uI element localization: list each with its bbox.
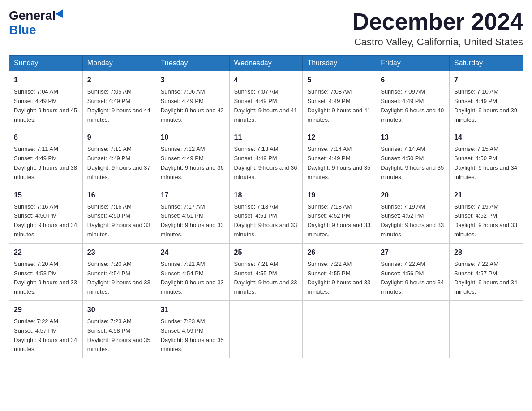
- table-row: 4 Sunrise: 7:07 AMSunset: 4:49 PMDayligh…: [229, 71, 303, 128]
- day-number: 14: [454, 132, 518, 143]
- cell-info: Sunrise: 7:18 AMSunset: 4:52 PMDaylight:…: [307, 203, 370, 238]
- table-row: [376, 300, 450, 358]
- day-number: 17: [161, 190, 225, 201]
- cell-info: Sunrise: 7:14 AMSunset: 4:49 PMDaylight:…: [307, 146, 370, 180]
- cell-info: Sunrise: 7:11 AMSunset: 4:49 PMDaylight:…: [14, 146, 77, 180]
- table-row: 19 Sunrise: 7:18 AMSunset: 4:52 PMDaylig…: [303, 186, 376, 243]
- day-number: 23: [87, 247, 151, 258]
- location-title: Castro Valley, California, United States: [352, 36, 523, 48]
- table-row: 1 Sunrise: 7:04 AMSunset: 4:49 PMDayligh…: [9, 71, 83, 128]
- calendar-table: Sunday Monday Tuesday Wednesday Thursday…: [9, 55, 523, 358]
- table-row: 22 Sunrise: 7:20 AMSunset: 4:53 PMDaylig…: [9, 243, 83, 300]
- table-row: 16 Sunrise: 7:16 AMSunset: 4:50 PMDaylig…: [82, 186, 156, 243]
- cell-info: Sunrise: 7:12 AMSunset: 4:49 PMDaylight:…: [161, 146, 224, 180]
- header-wednesday: Wednesday: [229, 56, 303, 71]
- cell-info: Sunrise: 7:14 AMSunset: 4:50 PMDaylight:…: [381, 146, 444, 180]
- day-number: 9: [87, 132, 151, 143]
- table-row: 7 Sunrise: 7:10 AMSunset: 4:49 PMDayligh…: [450, 71, 523, 128]
- page-header: General Blue December 2024 Castro Valley…: [9, 9, 523, 48]
- cell-info: Sunrise: 7:06 AMSunset: 4:49 PMDaylight:…: [161, 88, 224, 123]
- header-sunday: Sunday: [9, 56, 83, 71]
- cell-info: Sunrise: 7:10 AMSunset: 4:49 PMDaylight:…: [454, 88, 517, 123]
- cell-info: Sunrise: 7:20 AMSunset: 4:53 PMDaylight:…: [14, 261, 77, 295]
- month-title: December 2024: [352, 9, 523, 34]
- logo-triangle-icon: [56, 9, 67, 20]
- day-number: 22: [14, 247, 78, 258]
- day-number: 4: [234, 75, 298, 86]
- table-row: 9 Sunrise: 7:11 AMSunset: 4:49 PMDayligh…: [82, 128, 156, 186]
- table-row: 12 Sunrise: 7:14 AMSunset: 4:49 PMDaylig…: [303, 128, 376, 186]
- table-row: 17 Sunrise: 7:17 AMSunset: 4:51 PMDaylig…: [156, 186, 229, 243]
- cell-info: Sunrise: 7:23 AMSunset: 4:59 PMDaylight:…: [161, 318, 224, 352]
- day-number: 7: [454, 75, 518, 86]
- cell-info: Sunrise: 7:20 AMSunset: 4:54 PMDaylight:…: [87, 261, 150, 295]
- header-tuesday: Tuesday: [156, 56, 229, 71]
- cell-info: Sunrise: 7:21 AMSunset: 4:54 PMDaylight:…: [161, 261, 224, 295]
- logo-blue-text: Blue: [9, 23, 36, 37]
- cell-info: Sunrise: 7:17 AMSunset: 4:51 PMDaylight:…: [161, 203, 224, 238]
- cell-info: Sunrise: 7:05 AMSunset: 4:49 PMDaylight:…: [87, 88, 150, 123]
- cell-info: Sunrise: 7:23 AMSunset: 4:58 PMDaylight:…: [87, 318, 150, 352]
- cell-info: Sunrise: 7:09 AMSunset: 4:49 PMDaylight:…: [381, 88, 444, 123]
- table-row: 10 Sunrise: 7:12 AMSunset: 4:49 PMDaylig…: [156, 128, 229, 186]
- table-row: 24 Sunrise: 7:21 AMSunset: 4:54 PMDaylig…: [156, 243, 229, 300]
- header-thursday: Thursday: [303, 56, 376, 71]
- cell-info: Sunrise: 7:16 AMSunset: 4:50 PMDaylight:…: [14, 203, 77, 238]
- day-number: 3: [161, 75, 225, 86]
- cell-info: Sunrise: 7:19 AMSunset: 4:52 PMDaylight:…: [454, 203, 517, 238]
- table-row: 14 Sunrise: 7:15 AMSunset: 4:50 PMDaylig…: [450, 128, 523, 186]
- day-number: 27: [381, 247, 445, 258]
- cell-info: Sunrise: 7:22 AMSunset: 4:57 PMDaylight:…: [454, 261, 517, 295]
- day-number: 24: [161, 247, 225, 258]
- header-saturday: Saturday: [450, 56, 523, 71]
- cell-info: Sunrise: 7:11 AMSunset: 4:49 PMDaylight:…: [87, 146, 150, 180]
- cell-info: Sunrise: 7:21 AMSunset: 4:55 PMDaylight:…: [234, 261, 297, 295]
- table-row: 27 Sunrise: 7:22 AMSunset: 4:56 PMDaylig…: [376, 243, 450, 300]
- table-row: 23 Sunrise: 7:20 AMSunset: 4:54 PMDaylig…: [82, 243, 156, 300]
- day-number: 28: [454, 247, 518, 258]
- table-row: 29 Sunrise: 7:22 AMSunset: 4:57 PMDaylig…: [9, 300, 83, 358]
- cell-info: Sunrise: 7:22 AMSunset: 4:55 PMDaylight:…: [307, 261, 370, 295]
- table-row: 28 Sunrise: 7:22 AMSunset: 4:57 PMDaylig…: [450, 243, 523, 300]
- calendar-header-row: Sunday Monday Tuesday Wednesday Thursday…: [9, 56, 523, 71]
- day-number: 11: [234, 132, 298, 143]
- table-row: 26 Sunrise: 7:22 AMSunset: 4:55 PMDaylig…: [303, 243, 376, 300]
- table-row: 31 Sunrise: 7:23 AMSunset: 4:59 PMDaylig…: [156, 300, 229, 358]
- day-number: 2: [87, 75, 151, 86]
- header-monday: Monday: [82, 56, 156, 71]
- day-number: 16: [87, 190, 151, 201]
- logo-blue-line: Blue: [9, 23, 36, 37]
- day-number: 13: [381, 132, 445, 143]
- table-row: [303, 300, 376, 358]
- day-number: 29: [14, 304, 78, 315]
- day-number: 10: [161, 132, 225, 143]
- cell-info: Sunrise: 7:22 AMSunset: 4:56 PMDaylight:…: [381, 261, 444, 295]
- day-number: 5: [307, 75, 371, 86]
- day-number: 26: [307, 247, 371, 258]
- table-row: 15 Sunrise: 7:16 AMSunset: 4:50 PMDaylig…: [9, 186, 83, 243]
- table-row: 25 Sunrise: 7:21 AMSunset: 4:55 PMDaylig…: [229, 243, 303, 300]
- table-row: 20 Sunrise: 7:19 AMSunset: 4:52 PMDaylig…: [376, 186, 450, 243]
- cell-info: Sunrise: 7:07 AMSunset: 4:49 PMDaylight:…: [234, 88, 297, 123]
- cell-info: Sunrise: 7:04 AMSunset: 4:49 PMDaylight:…: [14, 88, 77, 123]
- day-number: 1: [14, 75, 78, 86]
- table-row: 3 Sunrise: 7:06 AMSunset: 4:49 PMDayligh…: [156, 71, 229, 128]
- table-row: 11 Sunrise: 7:13 AMSunset: 4:49 PMDaylig…: [229, 128, 303, 186]
- day-number: 31: [161, 304, 225, 315]
- day-number: 18: [234, 190, 298, 201]
- day-number: 30: [87, 304, 151, 315]
- cell-info: Sunrise: 7:18 AMSunset: 4:51 PMDaylight:…: [234, 203, 297, 238]
- table-row: 21 Sunrise: 7:19 AMSunset: 4:52 PMDaylig…: [450, 186, 523, 243]
- table-row: 6 Sunrise: 7:09 AMSunset: 4:49 PMDayligh…: [376, 71, 450, 128]
- cell-info: Sunrise: 7:16 AMSunset: 4:50 PMDaylight:…: [87, 203, 150, 238]
- day-number: 15: [14, 190, 78, 201]
- logo-general-line: General: [9, 9, 65, 23]
- table-row: 18 Sunrise: 7:18 AMSunset: 4:51 PMDaylig…: [229, 186, 303, 243]
- day-number: 20: [381, 190, 445, 201]
- table-row: [450, 300, 523, 358]
- table-row: [229, 300, 303, 358]
- logo-general-text: General: [9, 9, 65, 22]
- day-number: 6: [381, 75, 445, 86]
- table-row: 8 Sunrise: 7:11 AMSunset: 4:49 PMDayligh…: [9, 128, 83, 186]
- cell-info: Sunrise: 7:19 AMSunset: 4:52 PMDaylight:…: [381, 203, 444, 238]
